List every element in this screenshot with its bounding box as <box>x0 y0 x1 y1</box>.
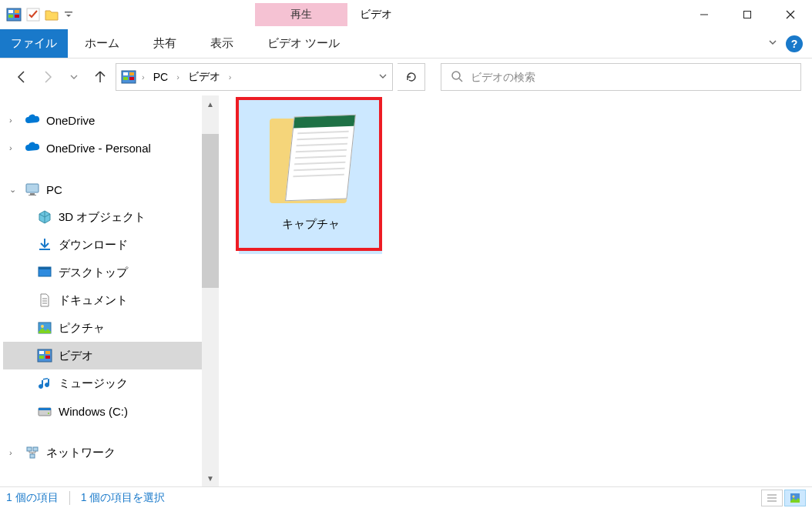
tab-view[interactable]: 表示 <box>193 29 250 58</box>
tree-item-label: ピクチャ <box>59 321 105 336</box>
help-icon[interactable]: ? <box>786 35 803 52</box>
details-view-button[interactable] <box>761 490 783 506</box>
music-icon <box>37 376 52 391</box>
svg-point-44 <box>793 495 795 497</box>
svg-point-28 <box>41 325 44 328</box>
tree-item-disk[interactable]: Windows (C:) <box>3 397 202 425</box>
download-icon <box>37 237 52 252</box>
tree-item-label: デスクトップ <box>59 266 128 280</box>
svg-rect-14 <box>123 77 128 80</box>
forward-button[interactable] <box>37 66 59 88</box>
svg-rect-35 <box>39 408 51 410</box>
close-button[interactable] <box>769 0 812 29</box>
tree-item-download[interactable]: ダウンロード <box>3 231 202 259</box>
back-button[interactable] <box>11 66 32 88</box>
breadcrumb-pc[interactable]: PC <box>150 71 171 83</box>
svg-rect-6 <box>65 12 72 13</box>
ribbon-right: ? <box>767 29 812 58</box>
search-input[interactable] <box>471 71 791 83</box>
tree-item-label: ドキュメント <box>59 293 128 308</box>
window-title: ビデオ <box>360 8 392 22</box>
picture-icon <box>37 320 52 336</box>
navigation-bar: › PC › ビデオ › <box>0 58 812 95</box>
onedrive-icon <box>25 140 40 155</box>
scroll-thumb[interactable] <box>202 134 219 288</box>
svg-rect-13 <box>129 72 134 75</box>
pc-icon <box>25 182 40 197</box>
breadcrumb-videos[interactable]: ビデオ <box>185 70 223 84</box>
tree-item-desktop[interactable]: デスクトップ <box>3 259 202 286</box>
tree-scrollbar[interactable]: ▲ ▼ <box>202 95 219 486</box>
breadcrumb-separator-icon[interactable]: › <box>226 72 234 82</box>
window-controls <box>683 0 812 29</box>
tree-item-onedrive[interactable]: ›OneDrive - Personal <box>3 134 202 162</box>
folder-item-label: キャプチャ <box>282 217 340 232</box>
document-icon <box>37 292 52 308</box>
tab-home[interactable]: ホーム <box>68 29 136 58</box>
contextual-tab-header: 再生 <box>255 3 347 26</box>
qat-properties-icon[interactable] <box>26 8 40 22</box>
recent-locations-button[interactable] <box>63 66 85 88</box>
scroll-down-icon[interactable]: ▼ <box>202 470 219 486</box>
svg-rect-18 <box>26 184 39 192</box>
refresh-button[interactable] <box>398 63 425 91</box>
ribbon-collapse-icon[interactable] <box>767 37 778 50</box>
address-bar[interactable]: › PC › ビデオ › <box>116 63 393 91</box>
qat-dropdown-icon[interactable] <box>63 11 74 18</box>
file-tab[interactable]: ファイル <box>0 29 68 58</box>
tree-item-music[interactable]: ミュージック <box>3 369 202 397</box>
minimize-button[interactable] <box>683 0 726 29</box>
tree-item-document[interactable]: ドキュメント <box>3 286 202 314</box>
tree-item-network[interactable]: ›ネットワーク <box>3 439 202 466</box>
svg-rect-30 <box>39 351 44 354</box>
tree-item-video[interactable]: ビデオ <box>3 342 202 369</box>
folder-item-capture[interactable]: キャプチャ <box>239 100 382 254</box>
tab-video-tools[interactable]: ビデオ ツール <box>250 29 357 58</box>
main-area: ›OneDrive›OneDrive - Personal⌄PC3D オブジェク… <box>0 95 812 486</box>
folder-thumbnail <box>260 111 361 211</box>
chevron-right-icon[interactable]: › <box>9 448 12 457</box>
network-icon <box>25 445 40 460</box>
up-button[interactable] <box>89 66 111 88</box>
svg-rect-33 <box>45 356 50 359</box>
tree-item-onedrive[interactable]: ›OneDrive <box>3 106 202 134</box>
breadcrumb-separator-icon[interactable]: › <box>139 72 147 82</box>
address-location-icon <box>121 69 136 85</box>
thumbnails-view-button[interactable] <box>784 490 806 506</box>
svg-point-36 <box>48 413 49 414</box>
svg-rect-21 <box>39 249 50 250</box>
search-box[interactable] <box>441 63 801 91</box>
scroll-up-icon[interactable]: ▲ <box>202 95 219 112</box>
svg-rect-1 <box>8 10 13 13</box>
status-selection-count: 1 個の項目を選択 <box>81 491 166 505</box>
svg-rect-19 <box>30 193 35 195</box>
chevron-right-icon[interactable]: › <box>9 115 12 125</box>
tree-item-label: 3D オブジェクト <box>59 210 146 225</box>
status-bar: 1 個の項目 1 個の項目を選択 <box>0 486 812 508</box>
tree-item-label: ビデオ <box>59 349 93 363</box>
svg-rect-39 <box>30 454 35 458</box>
breadcrumb-separator-icon[interactable]: › <box>174 72 182 82</box>
chevron-right-icon[interactable]: › <box>9 143 12 152</box>
chevron-down-icon[interactable]: ⌄ <box>9 185 16 195</box>
svg-rect-20 <box>29 195 36 196</box>
tree-item-label: OneDrive <box>46 114 95 127</box>
tree-item-picture[interactable]: ピクチャ <box>3 314 202 342</box>
svg-rect-8 <box>744 12 751 18</box>
maximize-button[interactable] <box>726 0 769 29</box>
tree-item-pc[interactable]: ⌄PC <box>3 175 202 203</box>
qat-folder-icon[interactable] <box>45 8 59 22</box>
disk-icon <box>37 403 52 419</box>
tree-item-label: OneDrive - Personal <box>46 142 151 155</box>
tab-share[interactable]: 共有 <box>136 29 193 58</box>
onedrive-icon <box>25 112 40 128</box>
tree-item-3d[interactable]: 3D オブジェクト <box>3 203 202 231</box>
svg-line-17 <box>459 79 462 82</box>
svg-rect-31 <box>45 351 50 354</box>
view-mode-buttons <box>761 490 806 506</box>
svg-rect-38 <box>33 447 38 451</box>
address-dropdown-icon[interactable] <box>378 72 388 83</box>
svg-point-16 <box>452 72 460 79</box>
svg-rect-15 <box>129 77 134 80</box>
content-pane[interactable]: キャプチャ <box>219 95 812 486</box>
